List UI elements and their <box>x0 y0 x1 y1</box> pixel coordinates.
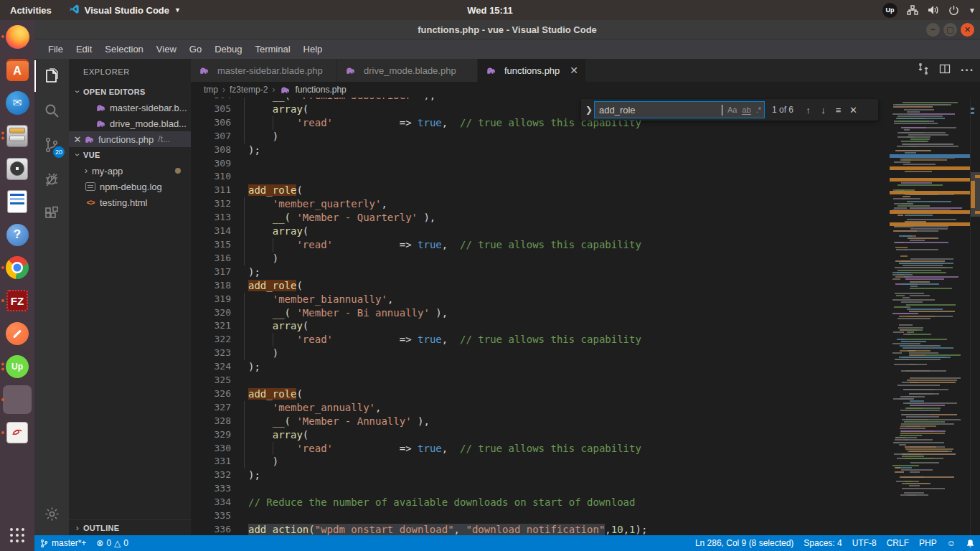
close-editor-icon[interactable]: ✕ <box>72 134 83 145</box>
menu-help[interactable]: Help <box>297 42 329 57</box>
code-line[interactable]: 325 <box>191 374 880 387</box>
git-branch-indicator[interactable]: master*+ <box>34 535 91 551</box>
find-expand-chevron-icon[interactable]: ❯ <box>584 105 594 115</box>
tab-functions-php[interactable]: functions.php ✕ <box>478 59 586 82</box>
code-line[interactable]: 320 __( 'Member - Bi annually' ), <box>191 306 880 320</box>
activities-button[interactable]: Activities <box>0 0 62 20</box>
feedback-smiley-icon[interactable]: ☺ <box>942 538 961 548</box>
code-line[interactable]: 324); <box>191 360 880 374</box>
code-line[interactable]: 307 ) <box>191 130 880 143</box>
open-editor-item[interactable]: drive_mode.blad... <box>69 116 191 131</box>
open-changes-icon[interactable] <box>918 63 929 77</box>
find-in-selection-icon[interactable]: ≡ <box>831 105 846 116</box>
code-line[interactable]: 328 __( 'Member - Annually' ), <box>191 415 880 428</box>
menu-file[interactable]: File <box>42 42 70 57</box>
ubuntu-software-dock-icon[interactable]: A <box>0 53 34 86</box>
close-button[interactable]: ✕ <box>961 23 974 37</box>
previous-match-icon[interactable]: ↑ <box>801 105 816 116</box>
whole-word-icon[interactable]: ab <box>742 105 750 115</box>
next-match-icon[interactable]: ↓ <box>816 105 831 116</box>
thunderbird-dock-icon[interactable]: ✉ <box>0 86 34 119</box>
firefox-dock-icon[interactable] <box>0 20 34 53</box>
code-editor[interactable]: 304 __( 'Premium Subscriber' ),305 array… <box>191 98 980 535</box>
notifications-bell-icon[interactable] <box>961 539 980 548</box>
upwork-dock-icon[interactable]: Up <box>0 350 34 383</box>
tab-close-icon[interactable]: ✕ <box>570 65 578 76</box>
code-line[interactable]: 322 'read' => true, // true allows this … <box>191 333 880 347</box>
tree-item-folder[interactable]: › my-app <box>69 163 191 179</box>
code-line[interactable]: 334// Reduce the number of available dow… <box>191 496 880 509</box>
code-line[interactable]: 330 'read' => true, // true allows this … <box>191 442 880 456</box>
tree-item-file[interactable]: <> testing.html <box>69 194 191 210</box>
more-actions-icon[interactable]: ··· <box>961 64 974 77</box>
maximize-button[interactable]: ▢ <box>943 23 957 37</box>
libreoffice-writer-dock-icon[interactable] <box>0 185 34 218</box>
code-line[interactable]: 318add_role( <box>191 279 880 293</box>
code-line[interactable]: 315 'read' => true, // true allows this … <box>191 238 880 252</box>
minimap[interactable] <box>890 98 970 535</box>
show-applications-icon[interactable] <box>0 521 34 550</box>
breadcrumb-item[interactable]: tmp <box>204 85 218 95</box>
system-tray[interactable]: Up ▼ <box>882 0 976 20</box>
disk-burner-dock-icon[interactable] <box>0 152 34 185</box>
help-dock-icon[interactable]: ? <box>0 218 34 251</box>
code-line[interactable]: 312 'member_quarterly', <box>191 197 880 211</box>
explorer-icon[interactable] <box>34 59 69 93</box>
minimize-button[interactable]: − <box>926 23 940 37</box>
close-find-icon[interactable]: ✕ <box>846 105 861 116</box>
match-case-icon[interactable]: Aa <box>727 105 737 114</box>
filezilla-dock-icon[interactable]: FZ <box>0 284 34 317</box>
breadcrumb-item[interactable]: fz3temp-2 <box>230 85 268 95</box>
clock[interactable]: Wed 15:11 <box>467 0 512 20</box>
problems-indicator[interactable]: ⊗0 △0 <box>91 535 133 551</box>
code-line[interactable]: 326add_role( <box>191 387 880 401</box>
chrome-dock-icon[interactable] <box>0 251 34 284</box>
upwork-tray-icon[interactable]: Up <box>882 3 897 18</box>
app-menu[interactable]: Visual Studio Code ▼ <box>62 0 188 20</box>
vscode-dock-icon[interactable] <box>0 383 34 416</box>
annotator-dock-icon[interactable] <box>0 416 34 449</box>
regex-icon[interactable]: .* <box>756 105 761 114</box>
code-line[interactable]: 317); <box>191 265 880 279</box>
files-dock-icon[interactable] <box>0 119 34 152</box>
window-title-bar[interactable]: functions.php - vue - Visual Studio Code… <box>34 20 980 39</box>
code-line[interactable]: 331 ) <box>191 455 880 468</box>
folder-section-header[interactable]: › VUE <box>69 147 191 163</box>
breadcrumbs[interactable]: tmp › fz3temp-2 › functions.php <box>191 82 980 98</box>
code-line[interactable]: 336add_action("wpdm_onstart_download", "… <box>191 523 880 535</box>
code-line[interactable]: 335 <box>191 509 880 523</box>
indentation-indicator[interactable]: Spaces: 4 <box>798 538 847 548</box>
menu-edit[interactable]: Edit <box>70 42 98 57</box>
search-icon[interactable] <box>34 93 69 128</box>
code-line[interactable]: 316 ) <box>191 252 880 265</box>
code-line[interactable]: 321 array( <box>191 319 880 333</box>
menu-view[interactable]: View <box>150 42 183 57</box>
overview-ruler[interactable] <box>970 98 980 535</box>
cursor-position[interactable]: Ln 286, Col 9 (8 selected) <box>690 538 798 548</box>
open-editors-header[interactable]: › OPEN EDITORS <box>69 84 191 100</box>
menu-selection[interactable]: Selection <box>98 42 149 57</box>
menu-terminal[interactable]: Terminal <box>248 42 296 57</box>
code-line[interactable]: 329 array( <box>191 428 880 442</box>
code-line[interactable]: 327 'member_annually', <box>191 401 880 415</box>
tab-drive-mode[interactable]: drive_mode.blade.php <box>337 59 478 82</box>
menu-debug[interactable]: Debug <box>208 42 248 57</box>
code-line[interactable]: 319 'member_biannually', <box>191 293 880 306</box>
code-line[interactable]: 333 <box>191 482 880 496</box>
source-control-icon[interactable]: 20 <box>34 128 69 162</box>
open-editor-item-active[interactable]: ✕ functions.php /t... <box>69 131 191 147</box>
debug-icon[interactable] <box>34 162 69 197</box>
menu-go[interactable]: Go <box>183 42 208 57</box>
eol-indicator[interactable]: CRLF <box>882 538 914 548</box>
postman-dock-icon[interactable] <box>0 317 34 350</box>
code-line[interactable]: 323 ) <box>191 347 880 360</box>
language-indicator[interactable]: PHP <box>914 538 942 548</box>
code-line[interactable]: 332); <box>191 468 880 482</box>
extensions-icon[interactable] <box>34 197 69 231</box>
encoding-indicator[interactable]: UTF-8 <box>847 538 882 548</box>
breadcrumb-item[interactable]: functions.php <box>295 85 346 95</box>
outline-header[interactable]: › OUTLINE <box>69 519 191 535</box>
open-editor-item[interactable]: master-sidebar.b... <box>69 100 191 116</box>
code-line[interactable]: 311add_role( <box>191 184 880 197</box>
find-input[interactable]: add_role Aa ab .* <box>594 101 765 118</box>
